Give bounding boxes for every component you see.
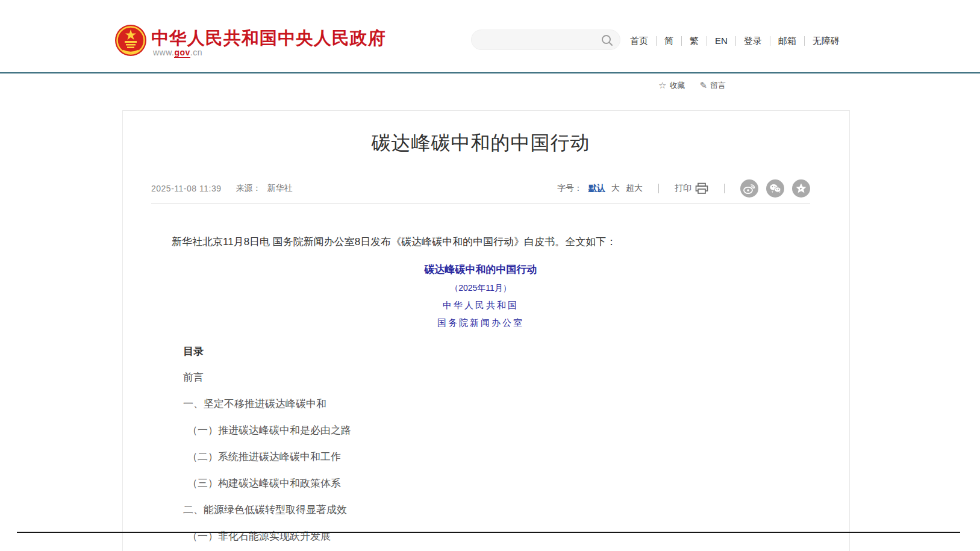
share-group: [740, 179, 810, 198]
source-label: 来源：: [236, 183, 261, 194]
toc-item: （一）推进碳达峰碳中和是必由之路: [187, 424, 810, 437]
qzone-star-icon[interactable]: [792, 179, 810, 198]
print-label: 打印: [675, 183, 691, 194]
site-url-domain: gov: [174, 48, 190, 58]
site-url-suffix: .cn: [190, 48, 202, 57]
site-url[interactable]: www.gov.cn: [153, 48, 202, 57]
favorite-button[interactable]: ☆ 收藏: [658, 80, 685, 91]
print-button[interactable]: 打印: [675, 182, 708, 195]
site-url-prefix: www.: [153, 48, 174, 57]
gov-cn-article-page: 中华人民共和国中央人民政府 www.gov.cn 首页 简 繁 EN 登录 邮箱…: [0, 0, 980, 551]
nav-english[interactable]: EN: [707, 36, 735, 46]
nav-simplified[interactable]: 简: [656, 36, 681, 46]
article-title: 碳达峰碳中和的中国行动: [151, 130, 810, 157]
document-title: 碳达峰碳中和的中国行动: [151, 263, 810, 276]
search-input[interactable]: [481, 30, 596, 49]
search-icon[interactable]: [601, 34, 614, 47]
toc-item: 二、能源绿色低碳转型取得显著成效: [183, 503, 810, 516]
top-nav: 首页 简 繁 EN 登录 邮箱 无障碍: [630, 34, 847, 48]
national-emblem-logo: [114, 24, 147, 57]
pencil-icon: ✎: [699, 80, 707, 91]
nav-login[interactable]: 登录: [735, 36, 770, 46]
toc-item: （三）构建碳达峰碳中和政策体系: [187, 477, 810, 490]
article-meta-left: 2025-11-08 11:39 来源： 新华社: [151, 183, 292, 194]
meta-divider: [151, 203, 810, 204]
toc-item: 一、坚定不移推进碳达峰碳中和: [183, 397, 810, 410]
publish-date: 2025-11-08 11:39: [151, 184, 221, 193]
divider: [658, 184, 659, 193]
toc-list: 前言 一、坚定不移推进碳达峰碳中和 （一）推进碳达峰碳中和是必由之路 （二）系统…: [151, 371, 810, 543]
wechat-icon[interactable]: [766, 179, 784, 198]
nav-home[interactable]: 首页: [630, 36, 656, 46]
document-org-line1: 中华人民共和国: [151, 300, 810, 311]
toc-item: 前言: [183, 371, 810, 384]
comment-label: 留言: [710, 80, 726, 91]
comment-button[interactable]: ✎ 留言: [699, 80, 726, 91]
search-box: [471, 30, 620, 50]
site-title: 中华人民共和国中央人民政府: [151, 26, 386, 51]
article-meta-row: 2025-11-08 11:39 来源： 新华社 字号： 默认 大 超大 打印: [151, 179, 810, 198]
toc-item: （二）系统推进碳达峰碳中和工作: [187, 450, 810, 463]
font-size-label: 字号：: [557, 183, 582, 194]
document-date: （2025年11月）: [151, 283, 810, 294]
font-size-xlarge-button[interactable]: 超大: [626, 183, 643, 194]
star-icon: ☆: [658, 80, 666, 91]
document-org-line2: 国务院新闻办公室: [151, 317, 810, 329]
nav-traditional[interactable]: 繁: [681, 36, 707, 46]
viewport-bottom-divider: [17, 532, 960, 533]
source-name[interactable]: 新华社: [267, 183, 292, 194]
divider: [724, 184, 725, 193]
toc-heading: 目录: [183, 344, 810, 358]
header-divider: [0, 72, 980, 73]
article-meta-right: 字号： 默认 大 超大 打印: [557, 179, 810, 198]
lead-paragraph: 新华社北京11月8日电 国务院新闻办公室8日发布《碳达峰碳中和的中国行动》白皮书…: [151, 234, 810, 251]
favorite-label: 收藏: [669, 80, 685, 91]
article-card: 碳达峰碳中和的中国行动 2025-11-08 11:39 来源： 新华社 字号：…: [122, 110, 850, 551]
weibo-icon[interactable]: [740, 179, 758, 198]
nav-accessibility[interactable]: 无障碍: [804, 36, 847, 46]
font-size-default-button[interactable]: 默认: [588, 183, 605, 194]
font-size-large-button[interactable]: 大: [611, 183, 620, 194]
printer-icon: [695, 182, 708, 195]
page-actions: ☆ 收藏 ✎ 留言: [658, 80, 726, 91]
nav-mail[interactable]: 邮箱: [770, 36, 804, 46]
